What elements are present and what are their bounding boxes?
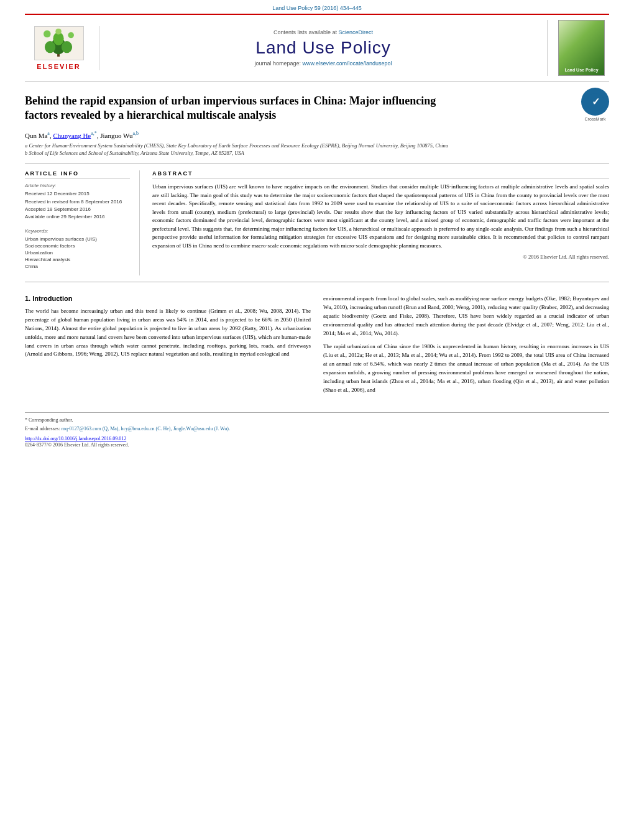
- keyword-5: China: [25, 264, 130, 269]
- article-info-column: ARTICLE INFO Article history: Received 1…: [25, 170, 140, 275]
- email-addresses: E-mail addresses: mq-0127@163.com (Q, Ma…: [25, 425, 609, 432]
- doi-line: http://dx.doi.org/10.1016/j.landusepol.2…: [25, 436, 609, 441]
- intro-para-1: The world has become increasingly urban …: [25, 307, 311, 359]
- keyword-4: Hierarchical analysis: [25, 257, 130, 262]
- keywords-label: Keywords:: [25, 228, 130, 234]
- section-1-title: 1. Introduction: [25, 295, 311, 302]
- history-received: Received 12 December 2015: [25, 191, 130, 197]
- author-jianguo-wu: Jianguo Wu: [100, 131, 132, 139]
- journal-reference-line: Land Use Policy 59 (2016) 434–445: [25, 0, 609, 14]
- abstract-text: Urban impervious surfaces (UIS) are well…: [152, 183, 609, 250]
- footnotes: * Corresponding author. E-mail addresses…: [25, 412, 609, 449]
- article-main-content: ✓ CrossMark Behind the rapid expansion o…: [25, 81, 609, 449]
- email-link[interactable]: mq-0127@163.com (Q, Ma), hcy@bnu.edu.cn …: [62, 426, 230, 432]
- history-online: Available online 29 September 2016: [25, 214, 130, 220]
- body-right-col: environmental impacts from local to glob…: [323, 295, 609, 400]
- body-left-col: 1. Introduction The world has become inc…: [25, 295, 311, 400]
- keyword-3: Urbanization: [25, 250, 130, 256]
- journal-cover: Land Use Policy: [547, 20, 609, 76]
- author-qun-ma: Qun Ma: [25, 131, 47, 139]
- svg-point-7: [55, 29, 62, 35]
- svg-point-5: [44, 30, 51, 38]
- article-title: Behind the rapid expansion of urban impe…: [25, 94, 463, 123]
- history-accepted: Accepted 18 September 2016: [25, 206, 130, 213]
- authors-line: Qun Maa, Chunyang Hea,*, Jianguo Wua,b: [25, 131, 609, 139]
- article-history: Article history: Received 12 December 20…: [25, 183, 130, 221]
- keyword-2: Socioeconomic factors: [25, 243, 130, 249]
- article-info-abstract-section: ARTICLE INFO Article history: Received 1…: [25, 170, 609, 275]
- corresponding-author-note: * Corresponding author.: [25, 417, 609, 423]
- keyword-1: Urban impervious surfaces (UIS): [25, 236, 130, 242]
- sciencedirect-link[interactable]: ScienceDirect: [339, 29, 374, 35]
- history-revised: Received in revised form 8 September 201…: [25, 199, 130, 205]
- issn-line: 0264-8377/© 2016 Elsevier Ltd. All right…: [25, 441, 609, 448]
- journal-title: Land Use Policy: [112, 38, 535, 58]
- abstract-heading: ABSTRACT: [152, 170, 609, 179]
- journal-homepage-link[interactable]: www.elsevier.com/locate/landusepol: [302, 60, 392, 67]
- elsevier-tree-svg: [37, 28, 81, 58]
- divider-2: [25, 282, 609, 282]
- journal-header: ELSEVIER Contents lists available at Sci…: [25, 14, 609, 81]
- journal-header-center: Contents lists available at ScienceDirec…: [99, 29, 547, 67]
- divider-1: [25, 164, 609, 164]
- sciencedirect-notice: Contents lists available at ScienceDirec…: [112, 29, 535, 35]
- copyright-line: © 2016 Elsevier Ltd. All rights reserved…: [152, 254, 609, 260]
- publisher-logo: ELSEVIER: [25, 26, 99, 70]
- author-chunyang-he[interactable]: Chunyang He: [53, 131, 91, 139]
- intro-para-3: The rapid urbanization of China since th…: [323, 343, 609, 395]
- elsevier-brand-name: ELSEVIER: [37, 63, 80, 70]
- article-info-heading: ARTICLE INFO: [25, 170, 130, 179]
- doi-link[interactable]: http://dx.doi.org/10.1016/j.landusepol.2…: [25, 436, 126, 441]
- svg-point-2: [44, 41, 55, 53]
- body-content: 1. Introduction The world has become inc…: [25, 295, 609, 400]
- affiliation-b: b School of Life Sciences and School of …: [25, 150, 609, 157]
- history-label: Article history:: [25, 183, 130, 188]
- svg-point-3: [61, 41, 71, 53]
- cover-title: Land Use Policy: [564, 68, 598, 73]
- elsevier-tree-image: [34, 26, 84, 60]
- journal-ref-text: Land Use Policy 59 (2016) 434–445: [272, 5, 362, 11]
- body-two-col: 1. Introduction The world has become inc…: [25, 295, 609, 400]
- svg-point-6: [68, 32, 74, 39]
- crossmark-icon: ✓: [581, 88, 609, 116]
- crossmark-badge-container: ✓ CrossMark: [581, 88, 609, 121]
- intro-para-2: environmental impacts from local to glob…: [323, 295, 609, 338]
- keywords-section: Keywords: Urban impervious surfaces (UIS…: [25, 228, 130, 269]
- page-wrapper: Land Use Policy 59 (2016) 434–445 ELSEVI…: [0, 0, 634, 469]
- affiliations: a Center for Human-Environment System Su…: [25, 142, 609, 157]
- journal-homepage-line: journal homepage: www.elsevier.com/locat…: [112, 60, 535, 67]
- affiliation-a: a Center for Human-Environment System Su…: [25, 142, 609, 150]
- abstract-column: ABSTRACT Urban impervious surfaces (UIS)…: [152, 170, 609, 275]
- cover-image-box: Land Use Policy: [558, 20, 605, 76]
- crossmark-label: CrossMark: [581, 117, 609, 121]
- svg-text:✓: ✓: [591, 96, 599, 107]
